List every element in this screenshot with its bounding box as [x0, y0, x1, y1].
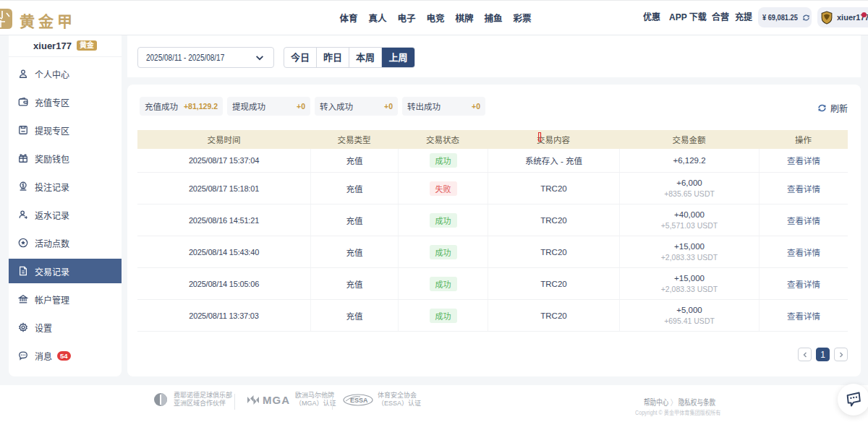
svg-text:ESSA: ESSA — [350, 397, 368, 404]
